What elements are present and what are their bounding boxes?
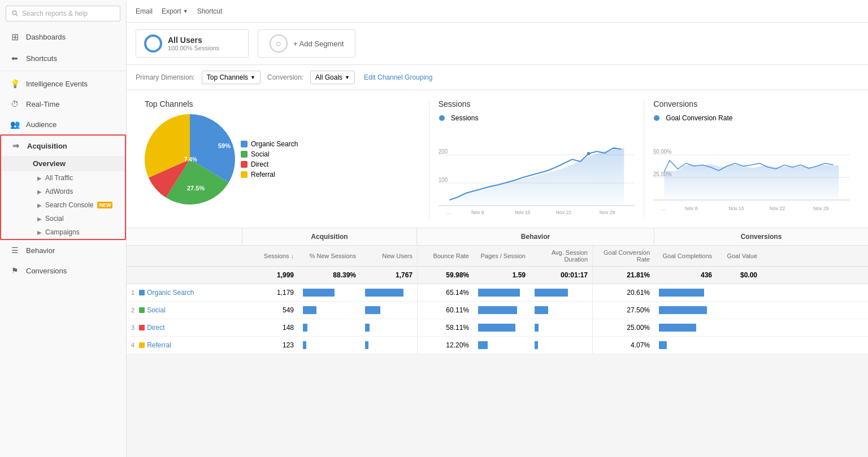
legend-referral: Referral — [241, 171, 298, 179]
row-duration-bar — [530, 337, 592, 354]
channel-link[interactable]: Referral — [147, 341, 171, 349]
row-new-users-bar — [361, 302, 417, 319]
col-header-new-users[interactable]: New Users — [361, 249, 417, 263]
col-header-goal-comp[interactable]: Goal Completions — [654, 249, 717, 263]
row-new-users-bar — [361, 319, 417, 336]
sidebar-item-label: Behavior — [26, 246, 55, 255]
col-header-pct-new[interactable]: % New Sessions — [298, 249, 361, 263]
row-goal-rate: 4.07% — [592, 337, 654, 354]
col-header-sessions[interactable]: Sessions ↓ — [242, 249, 298, 263]
svg-text:...: ... — [446, 210, 450, 215]
nav-label: Social — [45, 215, 64, 223]
sessions-area — [449, 148, 624, 206]
svg-text:50.00%: 50.00% — [653, 149, 672, 155]
sessions-col-label: Sessions — [264, 253, 289, 259]
total-goal-comp: 436 — [654, 267, 717, 284]
row-goal-val — [717, 341, 762, 350]
channel-link[interactable]: Direct — [147, 324, 164, 332]
sessions-peak-dot — [587, 152, 590, 155]
segment-text: All Users 100.00% Sessions — [168, 36, 219, 51]
all-users-segment[interactable]: All Users 100.00% Sessions — [136, 29, 249, 58]
nav-campaigns[interactable]: ▶ Campaigns — [1, 225, 125, 239]
row-duration-bar — [530, 319, 592, 336]
legend-organic: Organic Search — [241, 140, 298, 148]
collapse-icon: ▶ — [37, 216, 42, 222]
svg-text:Nov 29: Nov 29 — [600, 210, 615, 215]
shortcut-button[interactable]: Shortcut — [197, 7, 223, 15]
pie-chart-svg — [145, 114, 235, 204]
sidebar-item-intelligence[interactable]: 💡 Intelligence Events — [0, 73, 126, 94]
svg-text:Nov 22: Nov 22 — [555, 210, 571, 215]
channel-link[interactable]: Organic Search — [147, 289, 194, 297]
sidebar-item-label: Acquisition — [27, 142, 67, 150]
row-goal-rate: 25.00% — [592, 319, 654, 336]
export-dropdown[interactable]: Export ▼ — [162, 7, 188, 15]
segment-circle — [144, 34, 162, 53]
sort-arrow: ↓ — [291, 253, 294, 259]
col-header-goal-rate[interactable]: Goal Conversion Rate — [592, 246, 654, 266]
primary-dimension-select[interactable]: Top Channels ▼ — [202, 71, 261, 84]
th-empty — [127, 228, 242, 245]
channel-link[interactable]: Social — [147, 306, 166, 314]
add-segment-button[interactable]: ○ + Add Segment — [258, 29, 355, 58]
nav-label: All Traffic — [45, 174, 73, 182]
sessions-legend: Sessions — [439, 114, 635, 122]
top-channels-panel: Top Channels — [136, 99, 429, 219]
sidebar-item-audience[interactable]: 👥 Audience — [0, 114, 126, 134]
conversion-select[interactable]: All Goals ▼ — [310, 71, 355, 84]
col-header-duration[interactable]: Avg. Session Duration — [530, 246, 592, 266]
total-pages: 1.59 — [474, 267, 530, 284]
sidebar-item-label: Intelligence Events — [26, 80, 88, 88]
svg-line-1 — [16, 14, 18, 16]
svg-text:Nov 29: Nov 29 — [813, 206, 829, 211]
svg-text:Nov 8: Nov 8 — [471, 210, 484, 215]
legend-dot-referral — [241, 171, 248, 178]
conversion-arrow: ▼ — [345, 75, 350, 80]
sidebar-item-behavior[interactable]: ☰ Behavior — [0, 240, 126, 260]
collapse-icon: ▶ — [37, 202, 42, 208]
sidebar-item-dashboards[interactable]: ⊞ Dashboards — [0, 26, 126, 48]
pie-legend: Organic Search Social Direct Referral — [241, 140, 298, 179]
channel-color-dot — [139, 342, 145, 348]
sessions-legend-dot — [439, 115, 445, 121]
nav-social[interactable]: ▶ Social — [1, 212, 125, 225]
row-pct-new-bar — [298, 284, 361, 301]
dimension-row: Primary Dimension: Top Channels ▼ Conver… — [127, 65, 868, 90]
sidebar-item-shortcuts[interactable]: ⬅ Shortcuts — [0, 48, 126, 68]
total-goal-rate: 21.81% — [592, 267, 654, 284]
sidebar-item-acquisition[interactable]: ⇒ Acquisition — [1, 136, 125, 156]
row-pct-new-bar — [298, 302, 361, 319]
nav-label: Campaigns — [45, 228, 80, 236]
col-header-goal-val[interactable]: Goal Value — [717, 249, 762, 263]
sidebar-item-realtime[interactable]: ⏱ Real-Time — [0, 94, 126, 114]
row-channel-cell: 3 Direct — [127, 319, 242, 336]
nav-label: AdWords — [45, 188, 73, 195]
sidebar-item-conversions[interactable]: ⚑ Conversions — [0, 260, 126, 281]
row-sessions: 549 — [242, 302, 298, 319]
search-input[interactable]: Search reports & help — [6, 6, 120, 21]
nav-overview[interactable]: Overview — [1, 156, 125, 171]
topbar: Email Export ▼ Shortcut — [127, 0, 868, 23]
row-rank: 2 — [131, 307, 134, 314]
legend-label-direct: Direct — [251, 160, 268, 168]
conv-legend: Goal Conversion Rate — [653, 114, 850, 122]
nav-search-console[interactable]: ▶ Search Console NEW — [1, 198, 125, 212]
add-segment-label: + Add Segment — [293, 40, 344, 48]
svg-text:Nov 22: Nov 22 — [770, 206, 785, 211]
row-new-users-bar — [361, 337, 417, 354]
edit-channel-grouping-link[interactable]: Edit Channel Grouping — [364, 73, 432, 81]
svg-point-2 — [439, 115, 445, 121]
row-goal-bar — [654, 302, 717, 319]
col-header-pages[interactable]: Pages / Session — [474, 249, 530, 263]
total-bounce: 59.98% — [417, 267, 474, 284]
email-button[interactable]: Email — [136, 7, 153, 15]
sidebar-item-label: Real-Time — [26, 100, 59, 108]
primary-dim-value: Top Channels — [207, 73, 248, 81]
th-behavior: Behavior — [417, 228, 654, 245]
acquisition-section: ⇒ Acquisition Overview ▶ All Traffic ▶ A… — [0, 134, 126, 240]
nav-adwords[interactable]: ▶ AdWords — [1, 185, 125, 198]
nav-all-traffic[interactable]: ▶ All Traffic — [1, 171, 125, 185]
sidebar: Search reports & help ⊞ Dashboards ⬅ Sho… — [0, 0, 127, 457]
col-header-bounce[interactable]: Bounce Rate — [417, 249, 474, 263]
row-bounce: 58.11% — [417, 319, 474, 336]
